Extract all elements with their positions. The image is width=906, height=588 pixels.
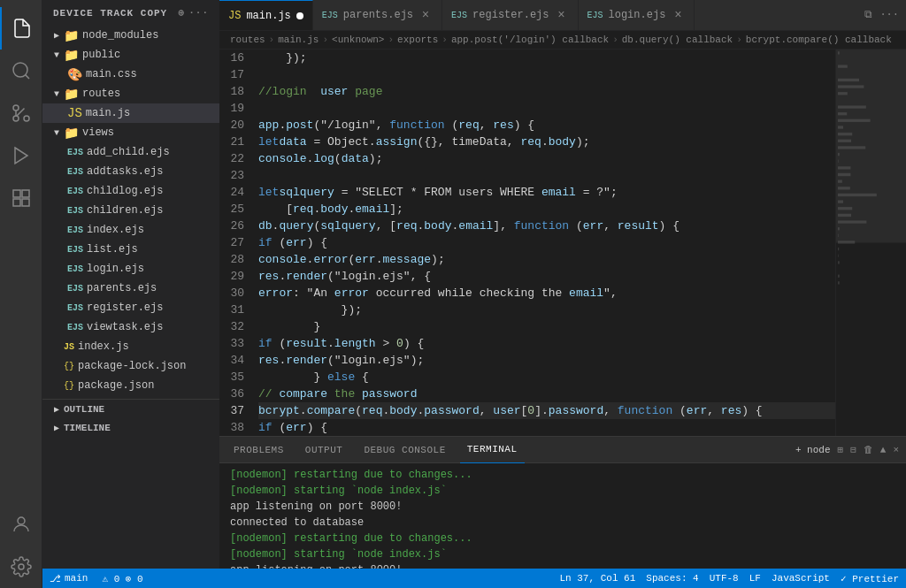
settings-icon[interactable]: [0, 546, 42, 588]
breadcrumb-routes[interactable]: routes: [230, 34, 265, 45]
tree-item-childlog[interactable]: EJS childlog.ejs: [42, 181, 219, 201]
status-branch[interactable]: ⎇ main: [50, 573, 88, 584]
tree-item-index-js[interactable]: JS index.js: [42, 337, 219, 356]
extensions-icon[interactable]: [0, 177, 42, 219]
activity-bar: [0, 0, 42, 588]
accounts-icon[interactable]: [0, 503, 42, 546]
tree-item-children[interactable]: EJS children.ejs: [42, 201, 219, 220]
breadcrumb-bcrypt[interactable]: bcrypt.compare() callback: [746, 34, 892, 45]
tab-label-main-js: main.js: [246, 10, 290, 22]
tab-debug-console[interactable]: DEBUG CONSOLE: [357, 437, 452, 463]
branch-name: main: [65, 573, 88, 584]
content-area: device Track CopY ⊕ ··· ▶ 📁 node_modules…: [42, 0, 906, 569]
tree-item-addtasks[interactable]: EJS addtasks.ejs: [42, 162, 219, 181]
svg-rect-6: [13, 190, 20, 197]
tree-item-add-child[interactable]: EJS add_child.ejs: [42, 142, 219, 162]
breadcrumb-exports[interactable]: exports: [397, 34, 438, 45]
more-actions-icon[interactable]: ···: [188, 7, 209, 19]
terminal-content[interactable]: [nodemon] restarting due to changes...[n…: [219, 463, 906, 569]
status-bar: ⎇ main ⚠ 0 ⊗ 0 Ln 37, Col 61 Spaces: 4 U…: [42, 569, 906, 588]
svg-point-4: [13, 116, 19, 121]
close-panel-icon[interactable]: ×: [893, 445, 899, 455]
svg-point-10: [18, 517, 25, 524]
tree-item-login[interactable]: EJS login.ejs: [42, 259, 219, 279]
source-control-icon[interactable]: [0, 92, 42, 134]
breadcrumb-mainjs[interactable]: main.js: [278, 34, 319, 45]
errors-warnings-label: ⚠ 0 ⊗ 0: [102, 573, 142, 584]
spaces-label: Spaces: 4: [646, 573, 698, 584]
editor-content[interactable]: 1617181920212223242526272829303132333435…: [219, 50, 835, 436]
language-label: JavaScript: [772, 573, 830, 584]
tree-item-public[interactable]: ▼ 📁 public: [42, 45, 219, 65]
tree-item-package-lock[interactable]: {} package-lock.json: [42, 356, 219, 376]
tree-item-routes[interactable]: ▼ 📁 routes: [42, 84, 219, 103]
sidebar-header-actions: ⊕ ···: [179, 7, 209, 19]
tab-problems[interactable]: PROBLEMS: [226, 437, 291, 463]
status-errors[interactable]: ⚠ 0 ⊗ 0: [102, 573, 142, 584]
tab-register-ejs[interactable]: EJS register.ejs ×: [442, 0, 578, 31]
terminal-new-icon[interactable]: + node: [795, 445, 831, 455]
tab-label-login: login.ejs: [609, 9, 666, 21]
tree-item-main-css[interactable]: 🎨 main.css: [42, 65, 219, 84]
code-area[interactable]: });//login user pageapp.post("/login", f…: [255, 50, 835, 436]
formatter-label: ✓ Prettier: [841, 573, 899, 584]
main-container: device Track CopY ⊕ ··· ▶ 📁 node_modules…: [42, 0, 906, 588]
tree-item-package-json[interactable]: {} package.json: [42, 376, 219, 395]
svg-line-1: [25, 75, 28, 79]
tabs-bar: JS main.js EJS parents.ejs × EJS registe…: [219, 0, 906, 31]
tab-close-login[interactable]: ×: [671, 8, 685, 22]
editor-body: 1617181920212223242526272829303132333435…: [219, 50, 906, 436]
breadcrumb-app-post[interactable]: app.post('/login') callback: [451, 34, 609, 45]
panel-icon-3[interactable]: 🗑: [864, 444, 873, 455]
status-spaces[interactable]: Spaces: 4: [646, 573, 698, 584]
maximize-panel-icon[interactable]: ▲: [880, 445, 887, 455]
encoding-label: UTF-8: [710, 573, 739, 584]
tab-output[interactable]: OUTPUT: [298, 437, 350, 463]
file-tree: ▶ 📁 node_modules ▼ 📁 public 🎨 main.css ▼…: [42, 26, 219, 438]
panel-tabs: PROBLEMS OUTPUT DEBUG CONSOLE TERMINAL +…: [219, 437, 906, 463]
panel-icon-2[interactable]: ⊟: [850, 444, 856, 455]
svg-rect-9: [13, 199, 20, 206]
tab-login-ejs[interactable]: EJS login.ejs ×: [579, 0, 695, 31]
breadcrumb-sep-3: ›: [388, 34, 394, 45]
tab-terminal[interactable]: TERMINAL: [460, 437, 525, 463]
git-branch-icon: ⎇: [50, 573, 61, 584]
tree-item-node-modules[interactable]: ▶ 📁 node_modules: [42, 26, 219, 45]
panel: PROBLEMS OUTPUT DEBUG CONSOLE TERMINAL +…: [219, 436, 906, 569]
tree-item-index-ejs[interactable]: EJS index.ejs: [42, 220, 219, 240]
run-debug-icon[interactable]: [0, 134, 42, 177]
ejs-file-icon-3: EJS: [587, 11, 603, 20]
tree-item-viewtask[interactable]: EJS viewtask.ejs: [42, 317, 219, 337]
outline-section[interactable]: ▶ OUTLINE: [42, 399, 219, 418]
tree-item-register[interactable]: EJS register.ejs: [42, 298, 219, 317]
sidebar: device Track CopY ⊕ ··· ▶ 📁 node_modules…: [42, 0, 219, 569]
more-editor-actions-icon[interactable]: ···: [879, 9, 899, 21]
search-icon[interactable]: [0, 50, 42, 92]
status-line-ending[interactable]: LF: [749, 573, 761, 584]
status-encoding[interactable]: UTF-8: [710, 573, 739, 584]
status-formatter[interactable]: ✓ Prettier: [841, 573, 899, 584]
tree-item-views[interactable]: ▼ 📁 views: [42, 123, 219, 142]
split-terminal-icon[interactable]: ⊞: [838, 444, 844, 455]
tab-close-register[interactable]: ×: [555, 8, 569, 22]
ejs-file-icon-2: EJS: [451, 11, 467, 20]
files-icon[interactable]: [0, 7, 42, 50]
editor-actions: ⧉ ···: [864, 9, 906, 21]
tree-item-list[interactable]: EJS list.ejs: [42, 240, 219, 259]
tree-item-main-js[interactable]: JS main.js: [42, 103, 219, 123]
status-cursor[interactable]: Ln 37, Col 61: [559, 573, 635, 584]
breadcrumb-db-query[interactable]: db.query() callback: [622, 34, 733, 45]
tab-close-parents[interactable]: ×: [418, 8, 433, 22]
status-language[interactable]: JavaScript: [772, 573, 830, 584]
new-file-icon[interactable]: ⊕: [179, 7, 186, 19]
tree-item-parents[interactable]: EJS parents.ejs: [42, 279, 219, 298]
tab-parents-ejs[interactable]: EJS parents.ejs ×: [313, 0, 442, 31]
split-editor-icon[interactable]: ⧉: [864, 9, 872, 21]
tab-label-parents: parents.ejs: [343, 9, 413, 21]
tab-main-js[interactable]: JS main.js: [219, 0, 313, 31]
timeline-section[interactable]: ▶ TIMELINE: [42, 418, 219, 438]
svg-point-3: [13, 105, 19, 111]
sidebar-header[interactable]: device Track CopY ⊕ ···: [42, 0, 219, 26]
breadcrumb-unknown[interactable]: <unknown>: [332, 34, 384, 45]
breadcrumb-sep-6: ›: [736, 34, 742, 45]
